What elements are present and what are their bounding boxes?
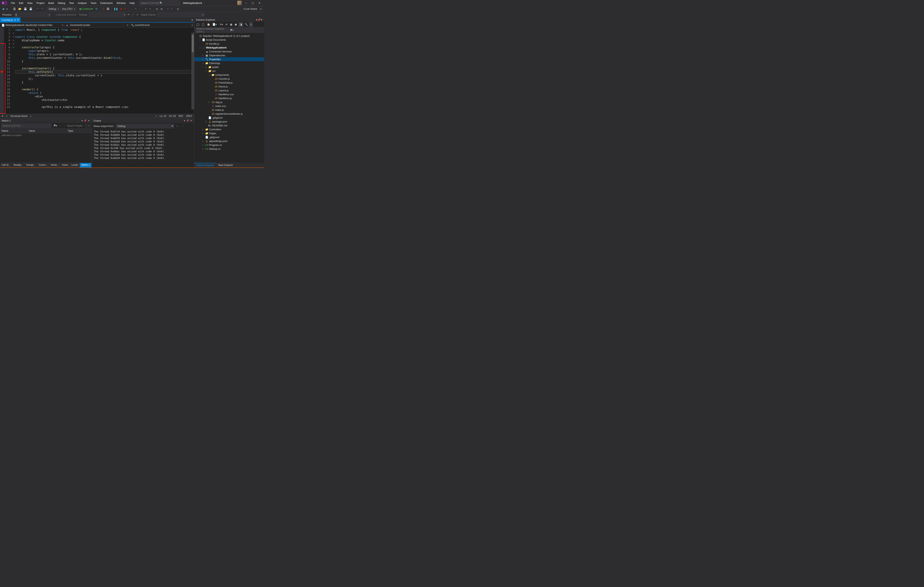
output-text[interactable]: The thread 0x67c0 has exited with code 0… — [92, 129, 194, 167]
watch-tab[interactable]: Locals — [70, 163, 80, 167]
undo-button[interactable]: ↶ — [36, 7, 40, 11]
refresh-button[interactable]: ↻ — [94, 7, 99, 11]
arrow-icon[interactable]: ▾ — [2, 115, 3, 117]
tree-item[interactable]: ▷📁Pages — [194, 131, 264, 135]
dropdown-icon[interactable]: ▾ — [256, 18, 257, 21]
menu-analyze[interactable]: Analyze — [76, 0, 89, 6]
forward-icon[interactable]: ◯ — [201, 22, 206, 27]
menu-project[interactable]: Project — [35, 0, 46, 6]
editor-scrollbar[interactable] — [191, 33, 194, 109]
tree-item[interactable]: JSCounter.js — [194, 77, 264, 81]
platform-combo[interactable]: Any CPU — [60, 7, 76, 11]
watch-tab[interactable]: Call St... — [0, 163, 12, 167]
tree-item[interactable]: JSindex.js — [194, 108, 264, 112]
live-share-button[interactable]: ⇪ Live Share — [242, 7, 258, 11]
watch-tab[interactable]: Imme... — [49, 163, 60, 167]
watch-tab[interactable]: Comm... — [37, 163, 49, 167]
show-all-icon[interactable]: ▦ — [229, 22, 233, 27]
global-search-box[interactable]: Search (Ctrl+Q) 🔍 — [139, 1, 180, 5]
save-all-button[interactable]: 💾 — [28, 7, 33, 11]
output-tool-icon[interactable]: ⋯ — [180, 124, 185, 128]
menu-view[interactable]: View — [25, 0, 35, 6]
tree-item[interactable]: JSFetchData.js — [194, 81, 264, 84]
config-combo[interactable]: Debug — [47, 7, 60, 11]
code-editor[interactable]: 1234567891011121314151617181920212223 −⊟… — [0, 28, 194, 114]
nav-forward-button[interactable]: ▶ — [5, 7, 9, 11]
depth-combo[interactable] — [85, 124, 91, 128]
menu-test[interactable]: Test — [67, 0, 76, 6]
tree-item[interactable]: ▿📁src — [194, 69, 264, 73]
menu-window[interactable]: Window — [115, 0, 127, 6]
new-button[interactable]: 📄 — [12, 7, 17, 11]
tool-button[interactable]: ✦ — [144, 7, 148, 11]
picture-button[interactable]: 🖼 — [106, 7, 110, 11]
stop-button[interactable]: ■ — [119, 7, 123, 11]
search-icon[interactable]: 🔎▾ — [53, 124, 57, 127]
tree-item[interactable]: ▷JSApp.js — [194, 100, 264, 104]
tree-item[interactable]: ▿📁components — [194, 73, 264, 77]
tree-item[interactable]: 📄.gitignore — [194, 135, 264, 139]
tree-item[interactable]: M↓README.md — [194, 124, 264, 127]
pin-icon[interactable]: 📌 — [257, 18, 261, 21]
home-icon[interactable]: 🏠 — [206, 22, 211, 27]
process-combo[interactable]: [] — [14, 13, 51, 17]
tree-item[interactable]: 📄.gitignore — [194, 116, 264, 119]
bookmark-button[interactable]: ◧ — [176, 7, 180, 11]
watch-empty[interactable]: Add item to watch — [0, 133, 92, 163]
indent-button[interactable]: ≡ — [166, 7, 170, 11]
close-icon[interactable]: ✕ — [190, 119, 193, 122]
nav-member1[interactable]: ◈incrementCounter — [64, 23, 129, 28]
pause-button[interactable]: ❚❚ — [113, 7, 119, 11]
menu-edit[interactable]: Edit — [17, 0, 25, 6]
tree-item[interactable]: #index.css — [194, 104, 264, 108]
watch-tab[interactable]: Breakp... — [12, 163, 25, 167]
watch-tab[interactable]: Autos — [60, 163, 70, 167]
tree-item[interactable]: ▷📁Controllers — [194, 127, 264, 131]
step-into-button[interactable]: ↓ — [130, 7, 133, 11]
tab-overflow[interactable]: ▾ — [190, 18, 194, 22]
menu-tools[interactable]: Tools — [89, 0, 98, 6]
solution-tab[interactable]: Team Explorer — [216, 163, 235, 167]
dropdown-icon[interactable]: ▾ — [81, 119, 83, 122]
close-icon[interactable]: ✕ — [261, 18, 262, 21]
properties-icon[interactable]: ▣ — [234, 22, 238, 27]
dropdown-icon[interactable]: ▾ — [183, 119, 186, 122]
tree-item[interactable]: JSbundle.js — [194, 42, 264, 46]
tree-item[interactable]: ▷C#Program.cs — [194, 143, 264, 147]
tree-item[interactable]: JSLayout.js — [194, 88, 264, 92]
continue-button[interactable]: ▶ Continue ▾ — [79, 7, 94, 11]
sync-icon[interactable]: 📑▾ — [211, 22, 218, 27]
tree-item[interactable]: ▿📁ClientApp — [194, 61, 264, 65]
pin-icon[interactable]: 📌 — [186, 119, 190, 122]
collapse-icon[interactable]: ⇄ — [224, 22, 229, 27]
step-over-button[interactable]: ↷ — [134, 7, 137, 11]
close-icon[interactable]: ✕ — [87, 119, 90, 122]
indent-mode[interactable]: SPC — [178, 115, 183, 117]
feedback-button[interactable]: ☺ — [259, 7, 263, 11]
menu-build[interactable]: Build — [46, 0, 56, 6]
back-icon[interactable]: ← — [59, 124, 61, 127]
pin-icon[interactable]: ⊖ — [14, 19, 16, 21]
output-source-combo[interactable]: Debug — [116, 124, 174, 128]
line-ending[interactable]: CRLF — [186, 115, 192, 117]
filter-icon[interactable]: ─ — [249, 22, 253, 27]
issues-label[interactable]: No issues found — [10, 115, 27, 117]
close-tab-icon[interactable]: ✕ — [17, 18, 19, 21]
tree-item[interactable]: JSHome.js — [194, 84, 264, 88]
nav-back-button[interactable]: ◀ — [1, 7, 5, 11]
watch-tab[interactable]: Watch 1 — [80, 163, 92, 167]
tree-item[interactable]: JSregisterServiceWorker.js — [194, 112, 264, 116]
filter-button[interactable]: ▽ — [131, 12, 135, 17]
outdent-button[interactable]: ≡ — [170, 7, 173, 11]
open-button[interactable]: 📂 — [17, 7, 22, 11]
watch-tab[interactable]: Except... — [25, 163, 37, 167]
redo-button[interactable]: ↷ — [40, 7, 45, 11]
account-avatar[interactable] — [236, 0, 243, 5]
arrow-button[interactable]: ➤ — [135, 12, 139, 17]
window-button[interactable]: ▦ — [160, 7, 164, 11]
solution-tab[interactable]: Solution Explorer — [194, 163, 216, 167]
output-tool-icon[interactable]: ≡ — [176, 124, 179, 128]
tree-item[interactable]: ▷📁public — [194, 65, 264, 69]
nav-member2[interactable]: 🔧currentCount — [129, 23, 194, 28]
tree-item[interactable]: ▷🔧Properties — [194, 57, 264, 61]
